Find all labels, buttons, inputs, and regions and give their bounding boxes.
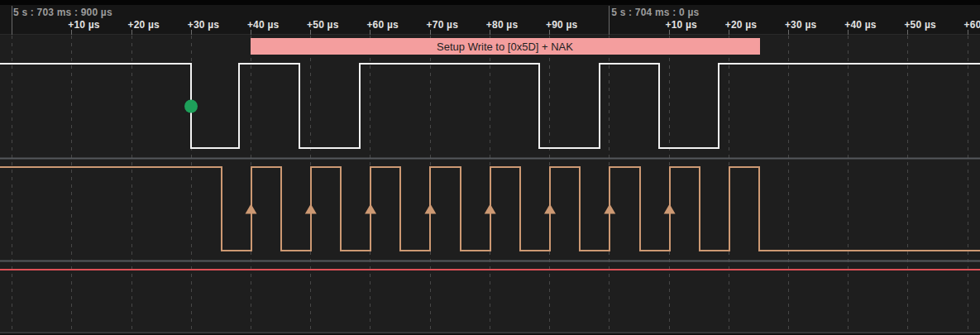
i2c-annotation-bubble[interactable]: Setup Write to [0x5D] + NAK [251, 38, 760, 55]
sample-edge-arrow-icon [664, 204, 676, 214]
start-condition-marker [184, 100, 198, 113]
sample-edge-arrow-icon [365, 204, 376, 214]
sample-edge-arrow-icon [246, 204, 257, 214]
sample-edge-arrow-icon [544, 204, 556, 214]
channel-row-separator [0, 261, 980, 262]
i2c-annotation-label: Setup Write to [0x5D] + NAK [437, 41, 573, 53]
sample-edge-arrow-icon [485, 204, 496, 214]
sample-edge-arrow-icon [305, 204, 317, 214]
sample-edge-arrow-icon [604, 204, 615, 214]
channel-row-separator [0, 333, 980, 334]
sample-edge-arrow-icon [424, 204, 436, 214]
channel-row-separator [0, 158, 980, 160]
logic-analyzer-view: 5 s : 703 ms : 900 µs 5 s : 704 ms : 0 µ… [0, 0, 980, 335]
